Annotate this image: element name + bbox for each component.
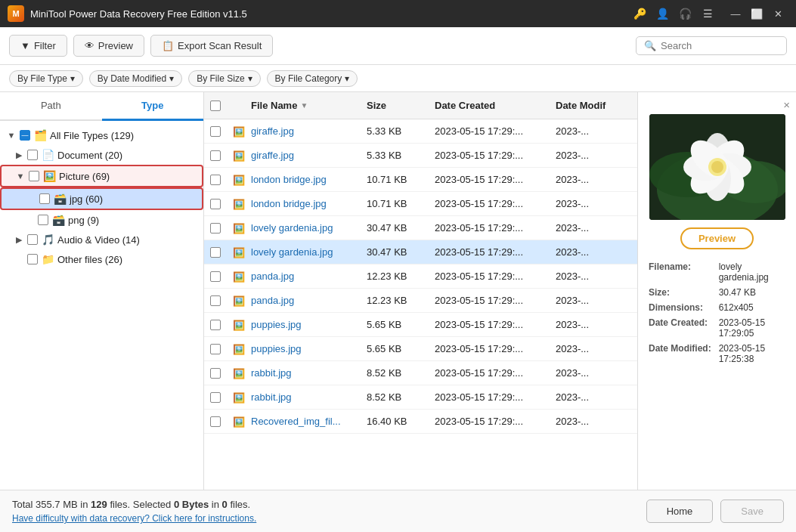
row-checkbox[interactable]	[210, 199, 233, 209]
filter-icon: ▼	[20, 40, 30, 51]
file-created: 2023-05-15 17:29:...	[435, 295, 556, 306]
tree-checkbox-jpg[interactable]	[39, 193, 50, 204]
tree-checkbox-document[interactable]	[27, 150, 38, 160]
row-checkbox[interactable]	[210, 416, 233, 427]
file-created: 2023-05-15 17:29:...	[435, 319, 556, 330]
table-row[interactable]: 🖼️ rabbit.jpg 8.52 KB 2023-05-15 17:29:.…	[204, 361, 637, 385]
file-created: 2023-05-15 17:29:...	[435, 271, 556, 282]
file-tree: ▼ — 🗂️ All File Types (129) ▶ 📄 Document…	[0, 121, 203, 490]
tree-label-audio: Audio & Video (14)	[57, 234, 140, 246]
table-row[interactable]: 🖼️ london bridge.jpg 10.71 KB 2023-05-15…	[204, 192, 637, 216]
tree-item-picture[interactable]: ▼ 🖼️ Picture (69)	[0, 165, 203, 187]
date-modified-label: Date Modified:	[646, 342, 714, 366]
search-input[interactable]	[661, 40, 782, 51]
preview-metadata: Filename: lovely gardenia.jpg Size: 30.4…	[644, 258, 790, 367]
table-row[interactable]: 🖼️ panda.jpg 12.23 KB 2023-05-15 17:29:.…	[204, 289, 637, 313]
file-size: 5.65 KB	[367, 319, 435, 330]
table-row[interactable]: 🖼️ london bridge.jpg 10.71 KB 2023-05-15…	[204, 168, 637, 192]
row-checkbox[interactable]	[210, 392, 233, 403]
preview-button[interactable]: 👁 Preview	[73, 35, 144, 57]
file-name: puppies.jpg	[251, 343, 367, 354]
status-info: Total 355.7 MB in 129 files. Selected 0 …	[12, 499, 646, 524]
menu-icon[interactable]: ☰	[699, 5, 716, 22]
tree-checkbox-other[interactable]	[27, 254, 38, 264]
app-title: MiniTool Power Data Recovery Free Editio…	[30, 8, 631, 20]
file-name: london bridge.jpg	[251, 174, 367, 185]
filter-button[interactable]: ▼ Filter	[9, 35, 67, 57]
header-modified[interactable]: Date Modif	[556, 100, 631, 111]
file-size: 5.65 KB	[367, 343, 435, 354]
row-checkbox[interactable]	[210, 175, 233, 185]
file-modified: 2023-...	[556, 271, 631, 282]
header-filename[interactable]: File Name ▼	[251, 100, 367, 111]
save-button[interactable]: Save	[720, 500, 784, 523]
table-row[interactable]: 🖼️ Recovered_img_fil... 16.40 KB 2023-05…	[204, 410, 637, 434]
minimize-button[interactable]: —	[725, 3, 746, 24]
table-row[interactable]: 🖼️ rabbit.jpg 8.52 KB 2023-05-15 17:29:.…	[204, 385, 637, 410]
header-created[interactable]: Date Created	[435, 100, 556, 111]
file-name: panda.jpg	[251, 271, 367, 282]
eye-icon: 👁	[85, 40, 94, 51]
file-size: 8.52 KB	[367, 367, 435, 379]
row-checkbox[interactable]	[210, 320, 233, 330]
tree-checkbox-png[interactable]	[38, 215, 48, 225]
file-size: 8.52 KB	[367, 391, 435, 403]
png-icon: 🗃️	[51, 213, 65, 227]
expander-icon: ▼	[6, 130, 17, 141]
file-name: panda.jpg	[251, 295, 367, 306]
tab-path[interactable]: Path	[0, 92, 102, 121]
tree-item-audio[interactable]: ▶ 🎵 Audio & Video (14)	[0, 230, 203, 249]
export-button[interactable]: 📋 Export Scan Result	[150, 35, 273, 57]
tree-item-document[interactable]: ▶ 📄 Document (20)	[0, 145, 203, 165]
folder-blue-icon: 🗂️	[33, 128, 47, 142]
filter-date-modified[interactable]: By Date Modified ▾	[89, 70, 182, 87]
home-button[interactable]: Home	[646, 500, 714, 523]
file-type-icon: 🖼️	[233, 246, 251, 258]
tree-item-other[interactable]: ▶ 📁 Other files (26)	[0, 249, 203, 269]
size-label: Size:	[646, 286, 714, 299]
file-type-icon: 🖼️	[233, 343, 251, 355]
preview-close-button[interactable]: ×	[783, 98, 790, 111]
tree-checkbox-all[interactable]: —	[20, 130, 30, 141]
table-row[interactable]: 🖼️ lovely gardenia.jpg 30.47 KB 2023-05-…	[204, 216, 637, 240]
filter-file-size[interactable]: By File Size ▾	[188, 70, 260, 87]
other-folder-icon: 📁	[41, 252, 54, 266]
row-checkbox[interactable]	[210, 150, 233, 161]
row-checkbox[interactable]	[210, 271, 233, 282]
tree-item-all[interactable]: ▼ — 🗂️ All File Types (129)	[0, 125, 203, 145]
row-checkbox[interactable]	[210, 223, 233, 234]
table-row[interactable]: 🖼️ puppies.jpg 5.65 KB 2023-05-15 17:29:…	[204, 313, 637, 337]
toolbar: ▼ Filter 👁 Preview 📋 Export Scan Result …	[0, 27, 796, 65]
row-checkbox[interactable]	[210, 247, 233, 258]
row-checkbox[interactable]	[210, 344, 233, 354]
file-name: Recovered_img_fil...	[251, 416, 367, 427]
tree-checkbox-picture[interactable]	[29, 171, 39, 181]
file-created: 2023-05-15 17:29:...	[435, 343, 556, 354]
preview-action-button[interactable]: Preview	[680, 227, 754, 249]
help-link[interactable]: Have difficulty with data recovery? Clic…	[12, 513, 646, 524]
tree-item-png[interactable]: ▶ 🗃️ png (9)	[0, 210, 203, 230]
table-row[interactable]: 🖼️ giraffe.jpg 5.33 KB 2023-05-15 17:29:…	[204, 119, 637, 144]
date-created-value: 2023-05-15 17:29:05	[716, 316, 788, 340]
table-row[interactable]: 🖼️ panda.jpg 12.23 KB 2023-05-15 17:29:.…	[204, 264, 637, 289]
header-size[interactable]: Size	[367, 100, 435, 111]
row-checkbox[interactable]	[210, 126, 233, 137]
file-name: rabbit.jpg	[251, 391, 367, 403]
close-button[interactable]: ✕	[767, 3, 788, 24]
tab-type[interactable]: Type	[102, 92, 204, 121]
table-row[interactable]: 🖼️ puppies.jpg 5.65 KB 2023-05-15 17:29:…	[204, 337, 637, 361]
header-check[interactable]	[210, 101, 233, 111]
row-checkbox[interactable]	[210, 368, 233, 379]
tree-item-jpg[interactable]: ▶ 🗃️ jpg (60)	[0, 187, 203, 210]
table-row[interactable]: 🖼️ lovely gardenia.jpg 30.47 KB 2023-05-…	[204, 240, 637, 264]
account-icon[interactable]: 👤	[654, 5, 671, 22]
row-checkbox[interactable]	[210, 295, 233, 306]
filter-file-category[interactable]: By File Category ▾	[267, 70, 358, 87]
key-icon[interactable]: 🔑	[631, 5, 648, 22]
file-created: 2023-05-15 17:29:...	[435, 416, 556, 427]
maximize-button[interactable]: ⬜	[746, 3, 767, 24]
table-row[interactable]: 🖼️ giraffe.jpg 5.33 KB 2023-05-15 17:29:…	[204, 144, 637, 168]
tree-checkbox-audio[interactable]	[27, 234, 38, 245]
headphone-icon[interactable]: 🎧	[677, 5, 693, 22]
filter-file-type[interactable]: By File Type ▾	[9, 70, 83, 87]
